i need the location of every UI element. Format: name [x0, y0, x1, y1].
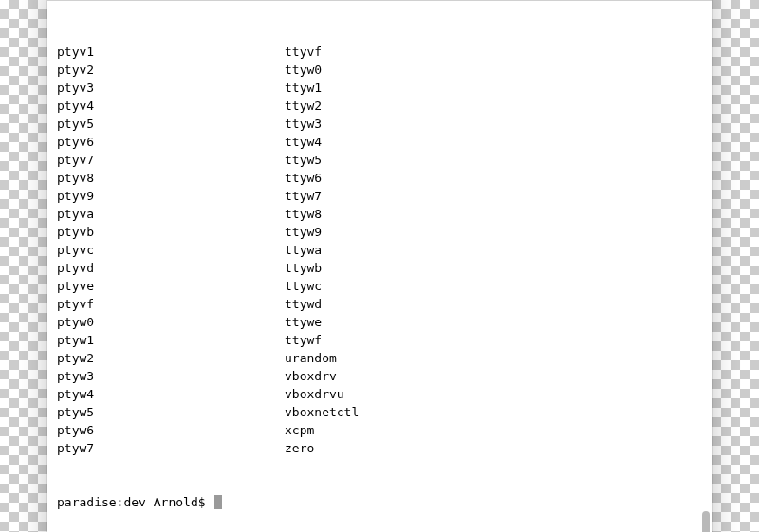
list-item: ptyv8	[57, 169, 285, 187]
list-item: ttyw9	[285, 223, 512, 241]
terminal-window: dev — bash — 80×24 ptyv1ptyv2ptyv3ptyv4p…	[47, 0, 712, 532]
list-item: ptyvb	[57, 223, 285, 241]
listing-column-1: ptyv1ptyv2ptyv3ptyv4ptyv5ptyv6ptyv7ptyv8…	[57, 43, 285, 457]
list-item: ttywb	[285, 259, 512, 277]
list-item: xcpm	[285, 421, 512, 439]
list-item: zero	[285, 439, 512, 457]
list-item: ptyv5	[57, 115, 285, 133]
list-item: ttyw3	[285, 115, 512, 133]
list-item: vboxnetctl	[285, 403, 512, 421]
list-item: ttywf	[285, 331, 512, 349]
list-item: ttyw0	[285, 61, 512, 79]
list-item: ttyvf	[285, 43, 512, 61]
list-item: ptyve	[57, 277, 285, 295]
list-item: ptyw7	[57, 439, 285, 457]
list-item: ptyvf	[57, 295, 285, 313]
list-item: ptyva	[57, 205, 285, 223]
terminal-body[interactable]: ptyv1ptyv2ptyv3ptyv4ptyv5ptyv6ptyv7ptyv8…	[47, 1, 712, 532]
scrollbar-thumb[interactable]	[702, 511, 710, 532]
list-item: ttyw7	[285, 187, 512, 205]
list-item: ptyw5	[57, 403, 285, 421]
list-item: ptyw6	[57, 421, 285, 439]
terminal-content: ptyv1ptyv2ptyv3ptyv4ptyv5ptyv6ptyv7ptyv8…	[57, 7, 702, 532]
list-item: ptyv4	[57, 97, 285, 115]
list-item: ptyv7	[57, 151, 285, 169]
cursor-icon	[214, 495, 222, 509]
list-item: urandom	[285, 349, 512, 367]
list-item: ttyw4	[285, 133, 512, 151]
list-item: ttywd	[285, 295, 512, 313]
list-item: vboxdrvu	[285, 385, 512, 403]
list-item: ptyv9	[57, 187, 285, 205]
list-item: ptyvd	[57, 259, 285, 277]
scrollbar-track[interactable]	[702, 5, 710, 532]
list-item: ttyw1	[285, 79, 512, 97]
shell-prompt: paradise:dev Arnold$	[57, 493, 213, 511]
list-item: ptyw3	[57, 367, 285, 385]
list-item: ttyw6	[285, 169, 512, 187]
list-item: ttyw8	[285, 205, 512, 223]
list-item: ptyw4	[57, 385, 285, 403]
list-item: ttyw5	[285, 151, 512, 169]
prompt-line: paradise:dev Arnold$	[57, 493, 702, 511]
list-item: ptyvc	[57, 241, 285, 259]
list-item: ptyv3	[57, 79, 285, 97]
list-item: ttywc	[285, 277, 512, 295]
list-item: vboxdrv	[285, 367, 512, 385]
listing-column-2: ttyvfttyw0ttyw1ttyw2ttyw3ttyw4ttyw5ttyw6…	[285, 43, 512, 457]
list-item: ptyw0	[57, 313, 285, 331]
list-item: ptyv6	[57, 133, 285, 151]
list-item: ttywe	[285, 313, 512, 331]
list-item: ptyw1	[57, 331, 285, 349]
list-item: ptyv2	[57, 61, 285, 79]
list-item: ptyw2	[57, 349, 285, 367]
list-item: ttyw2	[285, 97, 512, 115]
list-item: ptyv1	[57, 43, 285, 61]
list-item: ttywa	[285, 241, 512, 259]
